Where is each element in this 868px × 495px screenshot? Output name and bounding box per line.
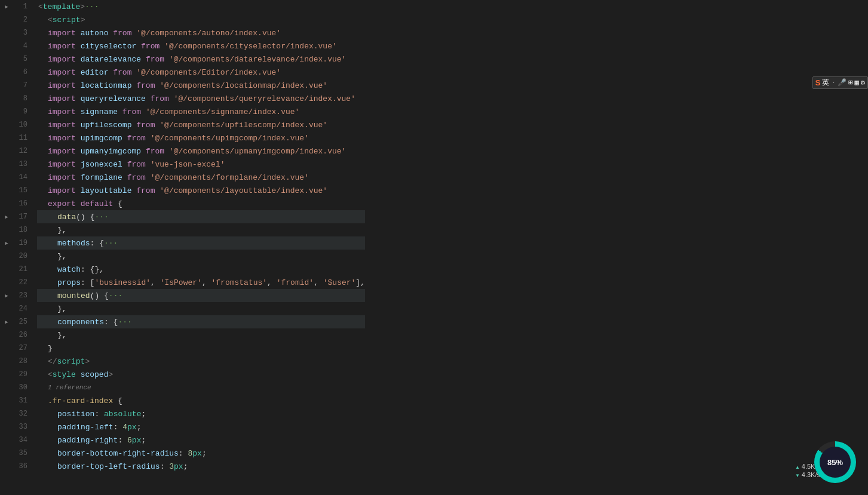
token-plain [122, 160, 127, 169]
token-plain [155, 81, 160, 90]
gutter-cell-18[interactable]: ▶ [0, 236, 13, 250]
token-plain [76, 147, 81, 156]
token-plain [146, 173, 151, 182]
gutter-cell-21 [0, 276, 13, 289]
code-line-34[interactable]: border-bottom-right-radius: 8px; [37, 447, 365, 460]
token-plain: : [118, 436, 127, 445]
code-line-10[interactable]: import upimgcomp from '@/components/upim… [37, 131, 365, 144]
code-line-33[interactable]: padding-right: 6px; [37, 433, 365, 447]
token-comment: ··· [94, 213, 108, 222]
code-line-21[interactable]: props: ['businessid', 'IsPower', 'fromst… [37, 276, 365, 289]
gutter-cell-5 [0, 66, 13, 79]
line-number-18: 19 [13, 236, 27, 250]
token-plain [108, 29, 113, 38]
token-plain [76, 134, 81, 143]
gutter-cell-15 [0, 197, 13, 210]
code-line-6[interactable]: import locationmap from '@/components/lo… [37, 79, 365, 92]
code-line-4[interactable]: import datarelevance from '@/components/… [37, 53, 365, 66]
token-kw-from: from [113, 29, 131, 38]
code-line-5[interactable]: import editor from '@/components/Editor/… [37, 66, 365, 79]
token-var-name: jsonexcel [81, 160, 122, 169]
line-number-7: 8 [13, 92, 27, 105]
token-plain [76, 186, 81, 195]
token-var-name: layouttable [81, 186, 132, 195]
line-number-32: 33 [13, 420, 27, 433]
token-plain [146, 160, 151, 169]
code-line-23[interactable]: }, [37, 302, 365, 315]
code-line-8[interactable]: import signname from '@/components/signn… [37, 105, 365, 118]
line-number-24: 25 [13, 315, 27, 328]
code-line-18[interactable]: methods: {··· [37, 236, 365, 250]
ime-icon-en[interactable]: 英 [822, 78, 829, 88]
code-line-25[interactable]: }, [37, 328, 365, 342]
gutter-cell-3 [0, 39, 13, 53]
code-line-29[interactable]: 1 reference [37, 381, 365, 394]
code-line-0[interactable]: <template>··· [37, 0, 365, 13]
gutter-cell-33 [0, 433, 13, 447]
code-line-20[interactable]: watch: {}, [37, 263, 365, 276]
gutter-cell-16[interactable]: ▶ [0, 210, 13, 223]
token-plain [136, 42, 141, 51]
code-line-7[interactable]: import queryrelevance from '@/components… [37, 92, 365, 105]
code-line-1[interactable]: <script> [37, 13, 365, 26]
token-kw-props: props [57, 278, 81, 287]
ime-icon-grid[interactable]: ⊞ [848, 78, 852, 87]
gutter-cell-0[interactable]: ▶ [0, 0, 13, 13]
code-line-27[interactable]: </script> [37, 355, 365, 368]
code-line-26[interactable]: } [37, 342, 365, 355]
code-line-31[interactable]: position: absolute; [37, 407, 365, 420]
code-line-28[interactable]: <style scoped> [37, 368, 365, 381]
token-plain [146, 134, 151, 143]
gutter-cell-31 [0, 407, 13, 420]
ime-icon-settings[interactable]: ⚙ [861, 78, 865, 87]
code-line-22[interactable]: mounted() {··· [37, 289, 365, 302]
code-line-30[interactable]: .fr-card-index { [37, 394, 365, 407]
token-tag-bracket: < [38, 2, 43, 11]
code-line-24[interactable]: components: {··· [37, 315, 365, 328]
token-kw-from: from [136, 121, 155, 130]
token-kw-import: import [48, 134, 76, 143]
token-var-name: editor [81, 68, 109, 77]
gutter: ▶▶▶▶▶ [0, 0, 13, 495]
ime-icon-tile[interactable]: ▦ [855, 78, 859, 87]
gutter-cell-32 [0, 420, 13, 433]
code-line-2[interactable]: import autono from '@/components/autono/… [37, 26, 365, 39]
token-css-number: 8 [188, 449, 192, 458]
code-area[interactable]: <template>···<script>import autono from … [31, 0, 365, 495]
token-string: '@/components/queryrelevance/index.vue' [174, 94, 355, 103]
code-line-32[interactable]: padding-left: 4px; [37, 420, 365, 433]
line-number-6: 7 [13, 79, 27, 92]
token-kw-from: from [127, 160, 146, 169]
code-line-35[interactable]: border-top-left-radius: 3px; [37, 460, 365, 473]
code-line-13[interactable]: import formplane from '@/components/form… [37, 171, 365, 184]
token-comment: ··· [118, 318, 131, 327]
token-var-name: datarelevance [81, 55, 141, 64]
gutter-cell-22[interactable]: ▶ [0, 289, 13, 302]
code-line-19[interactable]: }, [37, 250, 365, 263]
token-plain [122, 134, 127, 143]
code-line-15[interactable]: export default { [37, 197, 365, 210]
line-number-14: 15 [13, 184, 27, 197]
code-line-14[interactable]: import layouttable from '@/components/la… [37, 184, 365, 197]
token-plain: } [48, 344, 53, 353]
ime-icon-mic[interactable]: 🎤 [838, 78, 846, 87]
token-tag-bracket: > [80, 2, 85, 11]
gutter-cell-27 [0, 355, 13, 368]
code-line-17[interactable]: }, [37, 223, 365, 236]
ime-icon-s[interactable]: S [815, 78, 821, 87]
token-var-name: upfilescomp [81, 121, 132, 130]
token-kw-from: from [113, 68, 131, 77]
line-number-9: 10 [13, 118, 27, 131]
token-kw-from: from [127, 134, 146, 143]
code-line-16[interactable]: data() {··· [37, 210, 365, 223]
code-line-12[interactable]: import jsonexcel from 'vue-json-excel' [37, 158, 365, 171]
code-line-9[interactable]: import upfilescomp from '@/components/up… [37, 118, 365, 131]
gutter-cell-24[interactable]: ▶ [0, 315, 13, 328]
token-plain: , [151, 278, 160, 287]
token-plain: }, [57, 252, 67, 261]
code-line-3[interactable]: import cityselector from '@/components/c… [37, 39, 365, 53]
token-plain: () { [90, 291, 109, 300]
network-percent: 85% [827, 458, 843, 467]
code-line-11[interactable]: import upmanyimgcomp from '@/components/… [37, 144, 365, 158]
token-kw-import: import [48, 29, 76, 38]
